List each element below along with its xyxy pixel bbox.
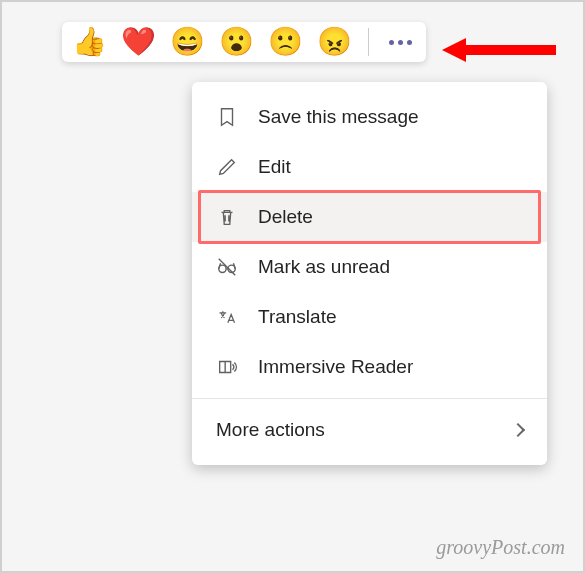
bookmark-icon xyxy=(216,106,238,128)
message-context-menu: Save this message Edit Delete Mark as un… xyxy=(192,82,547,465)
pencil-icon xyxy=(216,156,238,178)
more-options-button[interactable] xyxy=(385,36,416,49)
heart-reaction[interactable]: ❤️ xyxy=(121,28,156,56)
book-sound-icon xyxy=(216,356,238,378)
menu-label: Immersive Reader xyxy=(258,356,413,378)
menu-item-translate[interactable]: Translate xyxy=(192,292,547,342)
menu-label: Save this message xyxy=(258,106,419,128)
reaction-bar: 👍 ❤️ 😄 😮 🙁 😠 xyxy=(62,22,426,62)
delete-highlight-box xyxy=(198,190,541,244)
angry-reaction[interactable]: 😠 xyxy=(317,28,352,56)
sad-reaction[interactable]: 🙁 xyxy=(268,28,303,56)
glasses-off-icon xyxy=(216,256,238,278)
menu-label: Translate xyxy=(258,306,337,328)
reaction-divider xyxy=(368,28,369,56)
translate-icon xyxy=(216,306,238,328)
menu-item-edit[interactable]: Edit xyxy=(192,142,547,192)
menu-item-more-actions[interactable]: More actions xyxy=(192,405,547,455)
menu-divider xyxy=(192,398,547,399)
annotation-arrow xyxy=(442,38,556,62)
menu-item-immersive-reader[interactable]: Immersive Reader xyxy=(192,342,547,392)
chevron-right-icon xyxy=(511,423,525,437)
menu-item-save[interactable]: Save this message xyxy=(192,92,547,142)
menu-label: Mark as unread xyxy=(258,256,390,278)
thumbs-up-reaction[interactable]: 👍 xyxy=(72,28,107,56)
surprised-reaction[interactable]: 😮 xyxy=(219,28,254,56)
laugh-reaction[interactable]: 😄 xyxy=(170,28,205,56)
menu-label: Edit xyxy=(258,156,291,178)
trash-icon xyxy=(216,206,238,228)
menu-item-mark-unread[interactable]: Mark as unread xyxy=(192,242,547,292)
menu-item-delete[interactable]: Delete xyxy=(192,192,547,242)
menu-label: Delete xyxy=(258,206,313,228)
menu-label: More actions xyxy=(216,419,325,441)
watermark-text: groovyPost.com xyxy=(436,536,565,559)
